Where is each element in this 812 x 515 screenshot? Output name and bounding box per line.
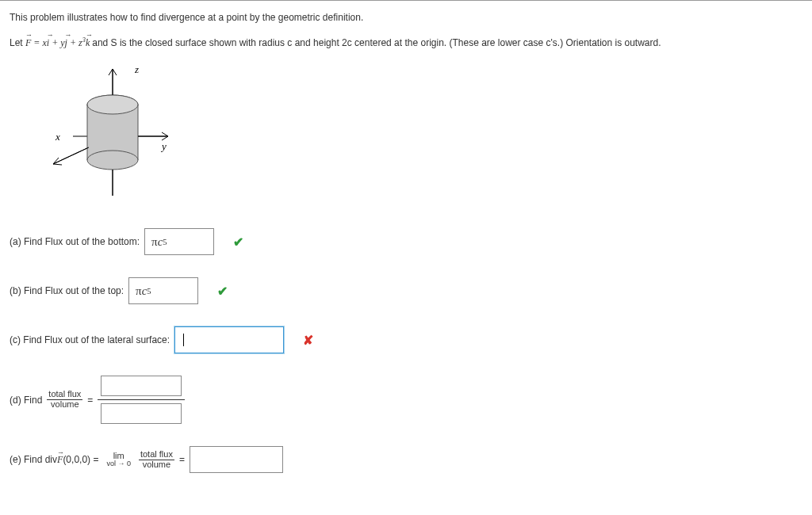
part-a: (a) Find Flux out of the bottom: πc5 ✔ bbox=[10, 228, 802, 255]
svg-point-13 bbox=[87, 151, 138, 170]
limit-notation: lim vol → 0 bbox=[106, 452, 131, 467]
part-c: (c) Find Flux out of the lateral surface… bbox=[10, 326, 802, 353]
part-e-label: (e) Find divF(0,0,0) = bbox=[10, 454, 98, 466]
x-icon: ✘ bbox=[303, 333, 313, 348]
equals-sign: = bbox=[179, 454, 185, 465]
svg-line-2 bbox=[113, 69, 117, 75]
svg-point-14 bbox=[87, 95, 138, 114]
z-axis-label: z bbox=[134, 63, 139, 75]
check-icon: ✔ bbox=[217, 284, 228, 299]
part-a-label: (a) Find Flux out of the bottom: bbox=[10, 236, 140, 247]
part-b: (b) Find Flux out of the top: πc5 ✔ bbox=[10, 277, 802, 304]
svg-line-4 bbox=[162, 132, 168, 136]
equals-sign: = bbox=[87, 395, 93, 406]
part-d-frac-den: volume bbox=[49, 400, 80, 410]
svg-line-1 bbox=[109, 69, 113, 75]
part-d-label-prefix: (d) Find bbox=[10, 395, 42, 406]
part-e-answer-input[interactable] bbox=[190, 446, 283, 473]
part-e-frac-den: volume bbox=[141, 460, 172, 470]
part-e-frac-num: total flux bbox=[139, 450, 174, 460]
part-a-answer-input[interactable]: πc5 bbox=[144, 228, 214, 255]
part-c-label: (c) Find Flux out of the lateral surface… bbox=[10, 334, 170, 345]
svg-line-8 bbox=[53, 164, 62, 165]
part-d-denominator-input[interactable] bbox=[101, 403, 182, 424]
part-b-answer-input[interactable]: πc5 bbox=[128, 277, 198, 304]
y-axis-label: y bbox=[160, 140, 167, 152]
part-b-label: (b) Find Flux out of the top: bbox=[10, 285, 124, 296]
cylinder-diagram: z y x bbox=[10, 61, 802, 206]
part-d-numerator-input[interactable] bbox=[101, 376, 182, 396]
part-d: (d) Find total flux volume = bbox=[10, 376, 802, 424]
vector-field-definition: Let F = xi + yj + z3k and S is the close… bbox=[10, 36, 802, 50]
intro-text: This problem illustrates how to find div… bbox=[10, 10, 802, 25]
svg-line-18 bbox=[53, 147, 89, 164]
check-icon: ✔ bbox=[233, 235, 243, 250]
part-c-answer-input[interactable] bbox=[174, 326, 284, 353]
part-e: (e) Find divF(0,0,0) = lim vol → 0 total… bbox=[10, 446, 802, 473]
x-axis-label: x bbox=[55, 131, 60, 143]
